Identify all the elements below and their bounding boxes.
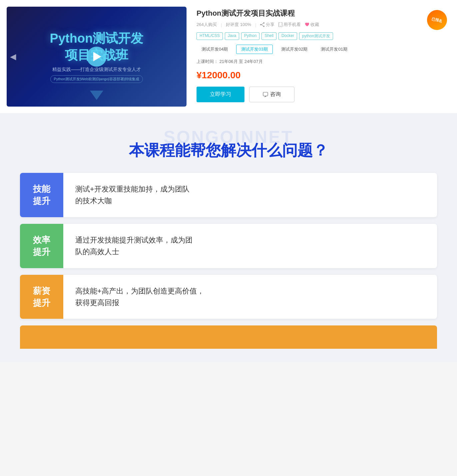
svg-point-2 [260, 24, 261, 25]
course-meta: 264人购买 | 好评度 100% | 分享 用手机看 收藏 [197, 22, 450, 28]
period-04[interactable]: 测试开发04期 [197, 45, 233, 54]
separator-2: | [255, 22, 256, 27]
card-content-salary: 高技能+高产出，为团队创造更高价值，获得更高回报 [63, 275, 437, 319]
video-tags: Python测试开发|Web前测|Django|容器部署|持续集成 [50, 75, 143, 83]
bottom-section: SONGOINNET 本课程能帮您解决什么问题？ 技能提升 测试+开发双重技能加… [0, 114, 457, 362]
share-icon [260, 22, 265, 27]
mobile-icon [278, 22, 282, 27]
study-button[interactable]: 立即学习 [197, 87, 244, 102]
video-subtitle: 精益实践——打造企业级测试开发专业人才 [52, 67, 141, 73]
mobile-link[interactable]: 用手机看 [278, 22, 301, 28]
consult-icon [263, 92, 268, 97]
cards-container: 技能提升 测试+开发双重技能加持，成为团队的技术大咖 效率提升 通过开发技能提升… [20, 173, 437, 319]
card-text-skills: 测试+开发双重技能加持，成为团队的技术大咖 [75, 183, 190, 207]
action-row: 立即学习 咨询 [197, 87, 450, 102]
buyers-count: 264人购买 [197, 22, 217, 28]
bottom-card-partial [20, 325, 437, 349]
tag-python[interactable]: Python [241, 32, 259, 40]
schedule-row: 上课时间： 21年06月 至 24年07月 [197, 59, 450, 65]
share-link[interactable]: 分享 [260, 22, 274, 28]
separator-1: | [221, 22, 222, 27]
tag-docker[interactable]: Docker [278, 32, 297, 40]
svg-point-1 [263, 26, 264, 27]
card-label-efficiency: 效率提升 [20, 224, 63, 268]
tags-row: HTML/CSS Java Python Shell Docker python… [197, 32, 450, 40]
section-title: 本课程能帮您解决什么问题？ [20, 140, 437, 161]
card-label-salary: 薪资提升 [20, 275, 63, 319]
period-01[interactable]: 测试开发01期 [316, 45, 352, 54]
card-label-skills: 技能提升 [20, 173, 63, 217]
prev-button[interactable]: ◀ [10, 52, 16, 61]
feature-card-efficiency: 效率提升 通过开发技能提升测试效率，成为团队的高效人士 [20, 224, 437, 268]
card-content-efficiency: 通过开发技能提升测试效率，成为团队的高效人士 [63, 224, 437, 268]
card-text-efficiency: 通过开发技能提升测试效率，成为团队的高效人士 [75, 234, 193, 257]
card-text-salary: 高技能+高产出，为团队创造更高价值，获得更高回报 [75, 285, 204, 308]
feature-card-skills: 技能提升 测试+开发双重技能加持，成为团队的技术大咖 [20, 173, 437, 217]
video-thumbnail: ◀ Python测试开发 项目实战班 精益实践——打造企业级测试开发专业人才 P… [7, 7, 187, 107]
course-title: Python测试开发项目实战课程 [197, 8, 450, 18]
play-button[interactable] [87, 47, 107, 67]
heart-icon [305, 22, 309, 27]
period-02[interactable]: 测试开发02期 [276, 45, 312, 54]
svg-rect-7 [263, 92, 268, 96]
top-section: ◀ Python测试开发 项目实战班 精益实践——打造企业级测试开发专业人才 P… [0, 0, 457, 114]
collect-link[interactable]: 收藏 [305, 22, 319, 28]
tag-java[interactable]: Java [225, 32, 239, 40]
periods-row: 测试开发04期 测试开发03期 测试开发02期 测试开发01期 [197, 45, 450, 54]
feature-card-salary: 薪资提升 高技能+高产出，为团队创造更高价值，获得更高回报 [20, 275, 437, 319]
svg-line-4 [261, 25, 263, 26]
consult-button[interactable]: 咨询 [249, 87, 294, 102]
tag-shell[interactable]: Shell [261, 32, 276, 40]
period-03[interactable]: 测试开发03期 [236, 45, 272, 54]
schedule-value: 21年06月 至 24年07月 [220, 59, 263, 64]
rating: 好评度 100% [226, 22, 251, 28]
svg-line-3 [261, 23, 263, 25]
play-icon [93, 52, 101, 61]
tag-html[interactable]: HTML/CSS [197, 32, 223, 40]
schedule-label: 上课时间： [197, 59, 218, 64]
triangle-decoration [90, 91, 103, 100]
svg-point-0 [263, 22, 264, 24]
card-content-skills: 测试+开发双重技能加持，成为团队的技术大咖 [63, 173, 437, 217]
svg-point-6 [280, 26, 281, 27]
tag-python-test[interactable]: python测试开发 [299, 32, 333, 40]
price: ¥12000.00 [197, 70, 450, 81]
course-info: Python测试开发项目实战课程 264人购买 | 好评度 100% | 分享 … [197, 7, 450, 107]
